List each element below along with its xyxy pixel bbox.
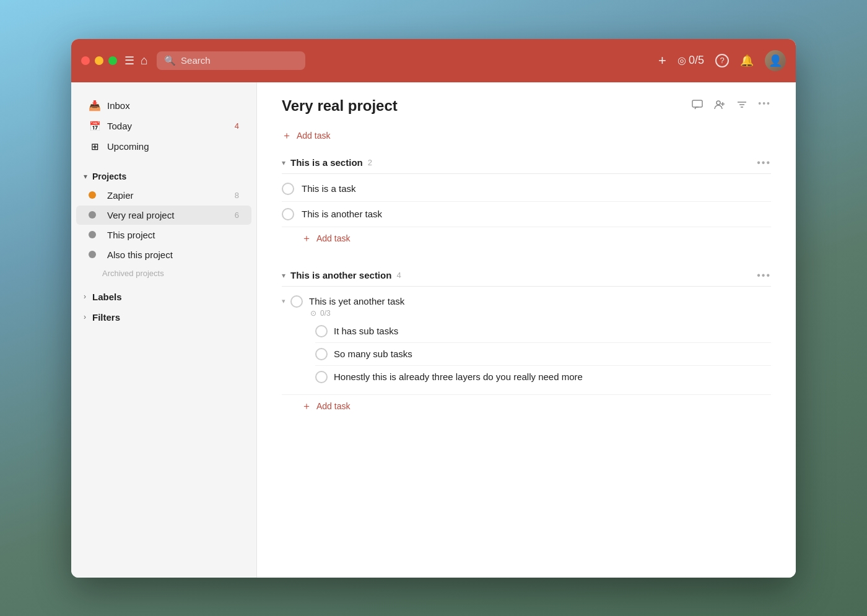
subtask-2-checkbox[interactable] <box>315 348 328 360</box>
menu-icon[interactable]: ☰ <box>124 54 134 67</box>
list-item[interactable]: It has sub tasks <box>315 320 771 343</box>
inbox-icon: 📥 <box>89 100 101 111</box>
labels-chevron-icon: › <box>84 292 86 301</box>
sidebar-item-inbox[interactable]: 📥 Inbox <box>76 95 251 116</box>
labels-filters: › Labels › Filters <box>71 287 256 328</box>
section-2-more-button[interactable]: ••• <box>757 270 771 281</box>
upcoming-icon: ⊞ <box>89 141 101 152</box>
sidebar-item-zapier[interactable]: Zapier 8 <box>76 186 251 205</box>
inbox-label: Inbox <box>107 100 239 111</box>
task-2-checkbox[interactable] <box>282 208 294 220</box>
avatar[interactable]: 👤 <box>765 50 786 71</box>
sidebar-item-upcoming[interactable]: ⊞ Upcoming <box>76 137 251 157</box>
subtask-title-row: This is yet another task <box>290 295 771 308</box>
projects-title: Projects <box>92 171 126 181</box>
section-2-add-task-button[interactable]: ＋ Add task <box>282 395 771 418</box>
minimize-button[interactable] <box>95 56 103 65</box>
project-header: Very real project ••• <box>282 97 771 115</box>
labels-label: Labels <box>92 292 122 302</box>
subtask-expand-icon[interactable]: ▾ <box>282 297 285 305</box>
search-box[interactable]: 🔍 Search <box>157 51 305 70</box>
svg-rect-0 <box>692 100 702 107</box>
section-1: ▾ This is a section 2 ••• This is a task… <box>282 152 771 250</box>
hamburger-icon: ☰ <box>124 54 134 67</box>
subtask-3-text: Honestly this is already three layers do… <box>334 371 583 382</box>
task-row[interactable]: This is a task <box>282 176 771 202</box>
today-badge: 4 <box>235 121 239 131</box>
sidebar-item-also-this-project[interactable]: Also this project <box>76 245 251 264</box>
sidebar: 📥 Inbox 📅 Today 4 ⊞ Upcoming ▾ Projects <box>71 82 257 578</box>
close-button[interactable] <box>81 56 90 65</box>
add-task-button[interactable]: + <box>658 53 666 69</box>
add-icon: ＋ <box>282 129 292 142</box>
task-row: ▾ This is yet another task ⊙ 0/3 <box>282 289 771 395</box>
filter-button[interactable] <box>736 98 748 113</box>
subtask-1-checkbox[interactable] <box>315 325 328 337</box>
project-view: Very real project ••• ＋ Add task <box>257 82 796 578</box>
subtask-count-icon: ⊙ <box>310 309 316 318</box>
section-1-add-task-button[interactable]: ＋ Add task <box>282 227 771 250</box>
very-real-project-label: Very real project <box>107 210 229 220</box>
section-1-count: 2 <box>368 158 372 167</box>
filters-label: Filters <box>92 312 120 323</box>
search-placeholder: Search <box>181 55 211 66</box>
today-label: Today <box>107 121 229 131</box>
task-3-text: This is yet another task <box>309 296 404 306</box>
task-1-checkbox[interactable] <box>282 183 294 195</box>
add-icon: ＋ <box>302 232 312 245</box>
titlebar: ☰ ⌂ 🔍 Search + ◎ 0/5 ? 🔔 👤 <box>71 39 796 82</box>
projects-chevron-icon: ▾ <box>84 172 87 181</box>
project-dot-zapier <box>89 191 101 199</box>
section-1-header: ▾ This is a section 2 ••• <box>282 152 771 174</box>
subtask-count: 0/3 <box>320 309 331 318</box>
archived-projects-label[interactable]: Archived projects <box>90 265 256 282</box>
upcoming-label: Upcoming <box>107 141 239 152</box>
subtask-main: This is yet another task ⊙ 0/3 It has su… <box>290 295 771 388</box>
task-1-text: This is a task <box>302 183 356 194</box>
section-2-title: This is another section <box>290 270 391 280</box>
subtask-count-row: ⊙ 0/3 <box>290 309 771 318</box>
section-2-add-label: Add task <box>316 401 350 411</box>
section-1-chevron-icon[interactable]: ▾ <box>282 158 285 167</box>
subtask-3-checkbox[interactable] <box>315 371 328 383</box>
sidebar-item-very-real-project[interactable]: Very real project 6 <box>76 206 251 225</box>
more-options-button[interactable]: ••• <box>758 98 771 113</box>
karma-button[interactable]: ◎ 0/5 <box>677 54 704 67</box>
list-item[interactable]: So many sub tasks <box>315 343 771 366</box>
section-1-title: This is a section <box>290 157 363 168</box>
comment-button[interactable] <box>691 98 704 113</box>
also-this-project-label: Also this project <box>107 249 239 260</box>
titlebar-right: + ◎ 0/5 ? 🔔 👤 <box>658 50 786 71</box>
task-3-checkbox[interactable] <box>290 295 303 308</box>
project-actions: ••• <box>691 98 771 113</box>
section-2-chevron-icon[interactable]: ▾ <box>282 271 285 280</box>
projects-header[interactable]: ▾ Projects <box>71 164 256 185</box>
sidebar-item-this-project[interactable]: This project <box>76 225 251 245</box>
subtask-1-text: It has sub tasks <box>334 326 398 336</box>
home-button[interactable]: ⌂ <box>141 53 148 67</box>
karma-count: 0/5 <box>689 54 704 67</box>
maximize-button[interactable] <box>108 56 117 65</box>
very-real-project-badge: 6 <box>235 210 239 220</box>
help-button[interactable]: ? <box>715 54 729 67</box>
section-1-more-button[interactable]: ••• <box>757 157 771 168</box>
filters-section[interactable]: › Filters <box>71 307 256 328</box>
app-window: ☰ ⌂ 🔍 Search + ◎ 0/5 ? 🔔 👤 <box>71 39 796 578</box>
notifications-button[interactable]: 🔔 <box>740 54 754 67</box>
project-dot-also <box>89 251 101 258</box>
add-icon: ＋ <box>302 400 312 413</box>
search-icon: 🔍 <box>164 55 176 66</box>
subtask-2-text: So many sub tasks <box>334 349 412 359</box>
section-2-count: 4 <box>396 271 401 280</box>
add-task-top-button[interactable]: ＋ Add task <box>282 124 771 147</box>
list-item[interactable]: Honestly this is already three layers do… <box>315 366 771 388</box>
add-member-button[interactable] <box>713 98 726 113</box>
labels-section[interactable]: › Labels <box>71 287 256 307</box>
section-2: ▾ This is another section 4 ••• ▾ This i… <box>282 265 771 418</box>
sidebar-item-today[interactable]: 📅 Today 4 <box>76 116 251 136</box>
karma-icon: ◎ <box>677 54 686 66</box>
this-project-label: This project <box>107 230 239 240</box>
zapier-badge: 8 <box>235 191 239 200</box>
subtask-children: It has sub tasks So many sub tasks Hones… <box>290 320 771 388</box>
task-row[interactable]: This is another task <box>282 202 771 227</box>
